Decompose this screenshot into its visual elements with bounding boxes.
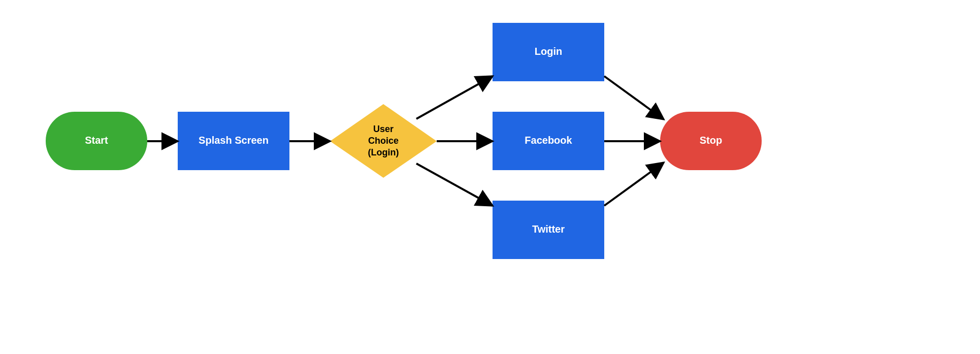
decision-label-2: Choice — [368, 136, 399, 146]
facebook-node: Facebook — [493, 112, 604, 170]
decision-label-1: User — [373, 124, 394, 134]
edge-decision-login — [416, 76, 493, 119]
edge-decision-twitter — [416, 164, 493, 206]
splash-label: Splash Screen — [199, 135, 269, 146]
facebook-label: Facebook — [525, 135, 572, 146]
edge-twitter-stop — [604, 163, 664, 206]
twitter-label: Twitter — [532, 223, 565, 235]
twitter-node: Twitter — [493, 201, 604, 259]
stop-node: Stop — [660, 112, 762, 170]
splash-node: Splash Screen — [178, 112, 289, 170]
stop-label: Stop — [700, 135, 722, 146]
decision-label-3: (Login) — [368, 147, 399, 157]
start-node: Start — [46, 112, 147, 170]
login-label: Login — [535, 46, 562, 57]
flowchart-diagram: Start Splash Screen User Choice (Login) … — [0, 0, 980, 354]
edge-login-stop — [604, 76, 664, 119]
login-node: Login — [493, 23, 604, 81]
start-label: Start — [85, 135, 108, 146]
